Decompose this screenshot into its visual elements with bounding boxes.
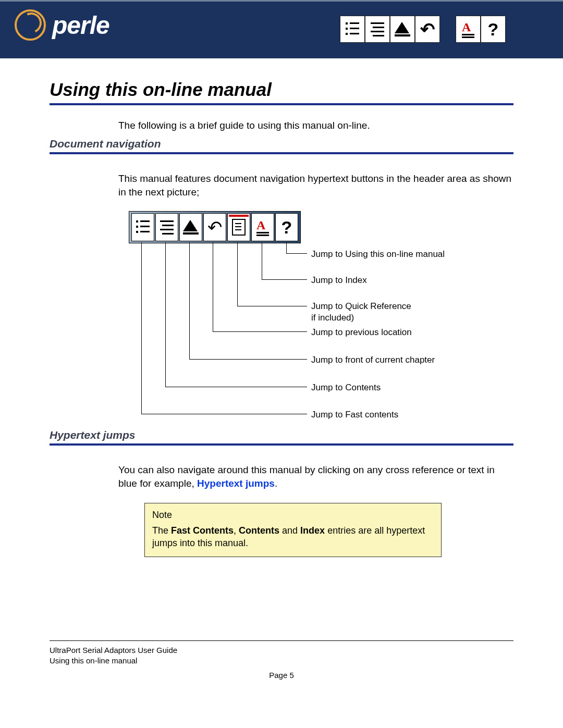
callout-fastcontents: Jump to Fast contents (311, 409, 398, 420)
section-hypertext-body: You can also navigate around this manual… (118, 463, 513, 490)
header-bar: perle A (0, 0, 563, 58)
brand-name: perle (52, 11, 109, 40)
page-number: Page 5 (50, 671, 513, 695)
diagram-chapter-front-icon (179, 213, 202, 241)
hypertext-jumps-link[interactable]: Hypertext jumps (197, 478, 275, 489)
index-icon[interactable]: A (456, 16, 481, 43)
intro-paragraph: The following is a brief guide to using … (118, 120, 513, 131)
section-hypertext-title: Hypertext jumps (50, 429, 513, 446)
section-doc-nav-title: Document navigation (50, 138, 513, 154)
diagram-previous-location-icon (203, 213, 226, 241)
note-title: Note (152, 509, 434, 521)
callout-chapter: Jump to front of current chapter (311, 354, 435, 365)
chapter-front-icon[interactable] (390, 16, 415, 43)
diagram-index-icon: A (251, 213, 274, 241)
page-footer: UltraPort Serial Adaptors User Guide Usi… (50, 640, 513, 695)
page-content: Using this on-line manual The following … (0, 58, 563, 557)
note-box: Note The Fast Contents, Contents and Ind… (144, 503, 442, 558)
section-doc-nav-body: This manual features document navigation… (118, 172, 513, 199)
diagram-quick-ref-icon (227, 213, 250, 241)
fast-contents-icon[interactable] (340, 16, 365, 43)
toolbar-illustration: A (129, 211, 301, 243)
diagram-help-icon (275, 213, 298, 241)
callout-quickref: Jump to Quick Referenceif included) (311, 301, 411, 323)
callout-prev: Jump to previous location (311, 327, 412, 338)
note-body: The Fast Contents, Contents and Index en… (152, 524, 434, 550)
previous-location-icon[interactable] (415, 16, 440, 43)
header-top-rule (0, 0, 563, 2)
callout-contents: Jump to Contents (311, 382, 381, 393)
page-title: Using this on-line manual (50, 79, 513, 105)
callout-line (141, 242, 307, 414)
contents-icon[interactable] (365, 16, 390, 43)
callout-index: Jump to Index (311, 275, 367, 286)
footer-doc-info: UltraPort Serial Adaptors User Guide Usi… (50, 645, 513, 665)
perle-logo-icon (15, 9, 46, 41)
callout-help: Jump to Using this on-line manual (311, 249, 445, 260)
diagram-fast-contents-icon (131, 213, 154, 241)
header-nav-icons: A (340, 16, 506, 43)
brand-logo: perle (15, 9, 109, 41)
diagram-contents-icon (155, 213, 178, 241)
help-icon[interactable] (481, 16, 506, 43)
nav-diagram: A Jump to Using this on-line manual Jump… (118, 211, 513, 425)
